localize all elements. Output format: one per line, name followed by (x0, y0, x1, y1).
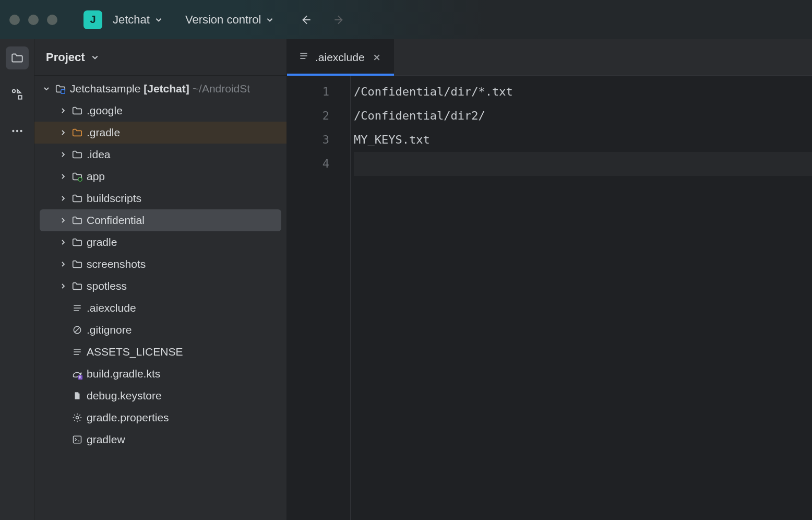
navigation-arrows (298, 13, 347, 27)
line-number: 3 (287, 128, 350, 152)
tree-item[interactable]: Confidential (40, 209, 281, 231)
tab-close-button[interactable] (371, 52, 383, 63)
tree-item[interactable]: gradle (34, 231, 286, 253)
chevron-right-icon[interactable] (56, 173, 70, 180)
tree-item-label: build.gradle.kts (85, 368, 160, 380)
structure-icon (10, 88, 24, 101)
code-line[interactable] (354, 152, 812, 176)
svg-rect-1 (18, 96, 21, 99)
close-icon (373, 54, 380, 61)
tree-item[interactable]: .gradle (34, 122, 286, 144)
window-controls (9, 15, 57, 25)
tree-root-label: Jetchatsample [Jetchat] (68, 82, 189, 95)
tree-item-label: .aiexclude (85, 302, 136, 314)
tree-item[interactable]: ASSETS_LICENSE (34, 341, 286, 363)
svg-point-4 (20, 130, 22, 132)
tree-item[interactable]: gradlew (34, 429, 286, 451)
window-close-button[interactable] (9, 15, 20, 25)
svg-point-6 (78, 178, 82, 181)
tree-item-label: debug.keystore (85, 389, 162, 402)
textfile-icon (70, 347, 85, 357)
svg-point-2 (12, 130, 14, 132)
tree-item[interactable]: gradle.properties (34, 407, 286, 429)
tree-item-label: app (85, 170, 105, 183)
tree-item[interactable]: app (34, 166, 286, 187)
editor-area: .aiexclude 1234 /Confidential/dir/*.txt/… (287, 39, 812, 520)
tree-item-label: .idea (85, 148, 111, 161)
panel-title: Project (46, 51, 85, 64)
tree-item-label: ASSETS_LICENSE (85, 346, 183, 358)
chevron-right-icon[interactable] (56, 261, 70, 267)
nav-forward-button[interactable] (332, 13, 347, 27)
editor-tab-bar: .aiexclude (287, 39, 812, 76)
tree-item[interactable]: .gitignore (34, 319, 286, 341)
textfile-icon (70, 303, 85, 313)
chevron-down-icon (155, 16, 162, 23)
gear-icon (70, 412, 85, 423)
tree-item-label: gradle (85, 236, 117, 249)
window-minimize-button[interactable] (28, 15, 39, 25)
project-switcher[interactable]: Jetchat (108, 10, 168, 30)
shell-icon (70, 434, 85, 445)
tree-item-label: .gitignore (85, 324, 132, 336)
folder-orange-icon (70, 127, 85, 138)
chevron-right-icon[interactable] (56, 217, 70, 223)
tree-item[interactable]: .google (34, 100, 286, 122)
chevron-right-icon[interactable] (56, 239, 70, 245)
tree-item-label: buildscripts (85, 192, 141, 205)
chevron-right-icon[interactable] (56, 283, 70, 289)
tree-item[interactable]: .idea (34, 144, 286, 166)
chevron-down-icon (266, 16, 273, 23)
tree-item[interactable]: spotless (34, 275, 286, 297)
project-root-icon (53, 83, 68, 94)
project-tool-button[interactable] (6, 46, 29, 69)
chevron-right-icon[interactable] (56, 129, 70, 136)
tree-item-label: gradle.properties (85, 411, 169, 424)
nav-back-button[interactable] (298, 13, 313, 27)
titlebar: J Jetchat Version control (0, 0, 812, 39)
version-control-menu[interactable]: Version control (180, 10, 279, 30)
line-number: 4 (287, 152, 350, 176)
svg-point-3 (16, 130, 18, 132)
svg-point-0 (12, 90, 15, 92)
folder-icon (70, 215, 85, 226)
folder-icon (70, 193, 85, 204)
gradle-kts-icon: K (70, 368, 85, 380)
chevron-right-icon[interactable] (56, 195, 70, 202)
more-horizontal-icon (10, 124, 24, 138)
code-line[interactable]: /Confidential/dir/*.txt (354, 80, 812, 104)
folder-icon (70, 149, 85, 160)
editor-tab[interactable]: .aiexclude (287, 39, 394, 75)
folder-icon (10, 51, 24, 65)
project-panel: Project Jetchatsample [Jetchat] ~/Androi… (34, 39, 287, 520)
svg-rect-5 (61, 90, 65, 93)
project-panel-header[interactable]: Project (34, 39, 286, 76)
tree-item[interactable]: .aiexclude (34, 297, 286, 319)
chevron-right-icon[interactable] (56, 108, 70, 114)
code-line[interactable]: MY_KEYS.txt (354, 128, 812, 152)
line-number-gutter: 1234 (287, 76, 351, 520)
tree-item[interactable]: screenshots (34, 253, 286, 275)
svg-text:K: K (79, 375, 82, 379)
svg-point-10 (76, 417, 79, 419)
tree-item-label: gradlew (85, 433, 125, 446)
tree-item[interactable]: debug.keystore (34, 385, 286, 407)
project-name-label: Jetchat (113, 13, 150, 27)
code-line[interactable]: /Confidential/dir2/ (354, 104, 812, 128)
more-tool-button[interactable] (6, 120, 29, 143)
chevron-right-icon[interactable] (56, 151, 70, 158)
line-number: 1 (287, 80, 350, 104)
tree-item[interactable]: Kbuild.gradle.kts (34, 363, 286, 385)
tree-item[interactable]: buildscripts (34, 187, 286, 209)
code-content[interactable]: /Confidential/dir/*.txt/Confidential/dir… (351, 76, 812, 520)
main-layout: Project Jetchatsample [Jetchat] ~/Androi… (0, 39, 812, 520)
project-badge: J (83, 10, 102, 29)
editor-body[interactable]: 1234 /Confidential/dir/*.txt/Confidentia… (287, 76, 812, 520)
structure-tool-button[interactable] (6, 83, 29, 106)
svg-rect-11 (74, 436, 81, 443)
tab-filename: .aiexclude (315, 51, 365, 64)
window-zoom-button[interactable] (47, 15, 57, 25)
caret-down-icon[interactable] (40, 86, 53, 92)
folder-icon (70, 280, 85, 292)
tree-root-row[interactable]: Jetchatsample [Jetchat] ~/AndroidSt (34, 78, 286, 100)
